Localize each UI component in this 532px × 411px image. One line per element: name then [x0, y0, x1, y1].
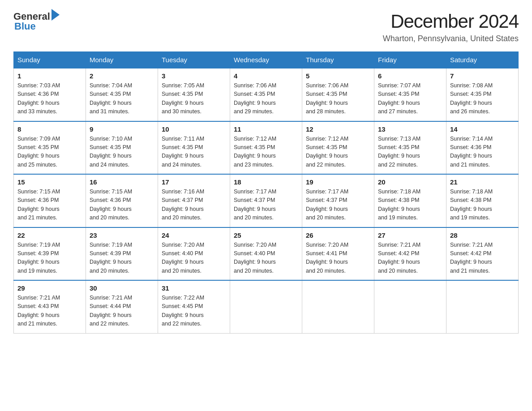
calendar-cell: 28 Sunrise: 7:21 AMSunset: 4:42 PMDaylig…	[446, 227, 519, 281]
day-info: Sunrise: 7:21 AMSunset: 4:43 PMDaylight:…	[17, 295, 60, 327]
day-info: Sunrise: 7:21 AMSunset: 4:44 PMDaylight:…	[90, 295, 132, 327]
day-info: Sunrise: 7:19 AMSunset: 4:39 PMDaylight:…	[90, 242, 132, 274]
day-number: 4	[234, 72, 298, 80]
title-area: December 2024 Wharton, Pennsylvania, Uni…	[383, 11, 519, 43]
calendar-cell: 18 Sunrise: 7:17 AMSunset: 4:37 PMDaylig…	[230, 174, 302, 227]
day-info: Sunrise: 7:15 AMSunset: 4:36 PMDaylight:…	[90, 188, 132, 221]
day-number: 10	[162, 125, 226, 133]
day-info: Sunrise: 7:08 AMSunset: 4:35 PMDaylight:…	[450, 82, 493, 115]
day-number: 14	[450, 125, 515, 133]
calendar-cell: 20 Sunrise: 7:18 AMSunset: 4:38 PMDaylig…	[374, 174, 446, 227]
day-info: Sunrise: 7:05 AMSunset: 4:35 PMDaylight:…	[162, 82, 204, 115]
calendar-cell: 21 Sunrise: 7:18 AMSunset: 4:38 PMDaylig…	[446, 174, 519, 227]
day-info: Sunrise: 7:06 AMSunset: 4:35 PMDaylight:…	[306, 82, 348, 115]
calendar-cell: 6 Sunrise: 7:07 AMSunset: 4:35 PMDayligh…	[374, 68, 446, 121]
calendar-week-row: 22 Sunrise: 7:19 AMSunset: 4:39 PMDaylig…	[14, 227, 519, 281]
day-number: 20	[378, 178, 442, 186]
calendar-cell: 4 Sunrise: 7:06 AMSunset: 4:35 PMDayligh…	[230, 68, 302, 121]
day-number: 26	[306, 231, 370, 239]
logo-blue-text: Blue	[14, 21, 36, 32]
day-info: Sunrise: 7:04 AMSunset: 4:35 PMDaylight:…	[90, 82, 132, 115]
calendar-title: December 2024	[383, 11, 519, 32]
day-number: 13	[378, 125, 442, 133]
day-info: Sunrise: 7:20 AMSunset: 4:40 PMDaylight:…	[234, 242, 276, 274]
day-number: 11	[234, 125, 298, 133]
day-number: 12	[306, 125, 370, 133]
weekday-header-thursday: Thursday	[302, 52, 374, 68]
calendar-cell: 5 Sunrise: 7:06 AMSunset: 4:35 PMDayligh…	[302, 68, 374, 121]
calendar-table: SundayMondayTuesdayWednesdayThursdayFrid…	[13, 51, 519, 334]
day-info: Sunrise: 7:17 AMSunset: 4:37 PMDaylight:…	[306, 188, 348, 221]
day-info: Sunrise: 7:09 AMSunset: 4:35 PMDaylight:…	[17, 136, 60, 168]
calendar-cell: 14 Sunrise: 7:14 AMSunset: 4:36 PMDaylig…	[446, 121, 519, 175]
calendar-cell: 13 Sunrise: 7:13 AMSunset: 4:35 PMDaylig…	[374, 121, 446, 175]
calendar-cell: 11 Sunrise: 7:12 AMSunset: 4:35 PMDaylig…	[230, 121, 302, 175]
calendar-cell: 25 Sunrise: 7:20 AMSunset: 4:40 PMDaylig…	[230, 227, 302, 281]
calendar-week-row: 1 Sunrise: 7:03 AMSunset: 4:36 PMDayligh…	[14, 68, 519, 121]
day-info: Sunrise: 7:12 AMSunset: 4:35 PMDaylight:…	[234, 136, 276, 168]
logo: General Blue	[13, 11, 60, 32]
calendar-cell: 16 Sunrise: 7:15 AMSunset: 4:36 PMDaylig…	[86, 174, 158, 227]
calendar-cell	[374, 280, 446, 333]
day-info: Sunrise: 7:15 AMSunset: 4:36 PMDaylight:…	[17, 188, 60, 221]
calendar-week-row: 29 Sunrise: 7:21 AMSunset: 4:43 PMDaylig…	[14, 280, 519, 333]
day-number: 15	[17, 178, 82, 186]
calendar-week-row: 15 Sunrise: 7:15 AMSunset: 4:36 PMDaylig…	[14, 174, 519, 227]
day-number: 3	[162, 72, 226, 80]
weekday-header-sunday: Sunday	[14, 52, 86, 68]
calendar-cell: 7 Sunrise: 7:08 AMSunset: 4:35 PMDayligh…	[446, 68, 519, 121]
calendar-cell: 12 Sunrise: 7:12 AMSunset: 4:35 PMDaylig…	[302, 121, 374, 175]
day-number: 21	[450, 178, 515, 186]
day-info: Sunrise: 7:19 AMSunset: 4:39 PMDaylight:…	[17, 242, 60, 274]
calendar-cell: 19 Sunrise: 7:17 AMSunset: 4:37 PMDaylig…	[302, 174, 374, 227]
weekday-header-friday: Friday	[374, 52, 446, 68]
calendar-cell: 2 Sunrise: 7:04 AMSunset: 4:35 PMDayligh…	[86, 68, 158, 121]
calendar-cell	[446, 280, 519, 333]
calendar-cell: 22 Sunrise: 7:19 AMSunset: 4:39 PMDaylig…	[14, 227, 86, 281]
day-number: 6	[378, 72, 442, 80]
day-number: 7	[450, 72, 515, 80]
day-number: 29	[17, 284, 82, 292]
day-info: Sunrise: 7:14 AMSunset: 4:36 PMDaylight:…	[450, 136, 493, 168]
day-info: Sunrise: 7:20 AMSunset: 4:40 PMDaylight:…	[162, 242, 204, 274]
day-number: 30	[90, 284, 154, 292]
day-info: Sunrise: 7:06 AMSunset: 4:35 PMDaylight:…	[234, 82, 276, 115]
calendar-cell: 9 Sunrise: 7:10 AMSunset: 4:35 PMDayligh…	[86, 121, 158, 175]
day-number: 19	[306, 178, 370, 186]
day-info: Sunrise: 7:13 AMSunset: 4:35 PMDaylight:…	[378, 136, 420, 168]
calendar-cell: 27 Sunrise: 7:21 AMSunset: 4:42 PMDaylig…	[374, 227, 446, 281]
weekday-header-monday: Monday	[86, 52, 158, 68]
day-info: Sunrise: 7:17 AMSunset: 4:37 PMDaylight:…	[234, 188, 276, 221]
day-number: 1	[17, 72, 82, 80]
calendar-cell: 3 Sunrise: 7:05 AMSunset: 4:35 PMDayligh…	[158, 68, 230, 121]
day-info: Sunrise: 7:18 AMSunset: 4:38 PMDaylight:…	[378, 188, 420, 221]
day-number: 24	[162, 231, 226, 239]
weekday-header-row: SundayMondayTuesdayWednesdayThursdayFrid…	[14, 52, 519, 68]
day-number: 22	[17, 231, 82, 239]
calendar-cell: 31 Sunrise: 7:22 AMSunset: 4:45 PMDaylig…	[158, 280, 230, 333]
day-number: 8	[17, 125, 82, 133]
day-number: 16	[90, 178, 154, 186]
calendar-cell: 8 Sunrise: 7:09 AMSunset: 4:35 PMDayligh…	[14, 121, 86, 175]
logo-triangle	[51, 9, 60, 21]
calendar-cell: 26 Sunrise: 7:20 AMSunset: 4:41 PMDaylig…	[302, 227, 374, 281]
calendar-cell: 15 Sunrise: 7:15 AMSunset: 4:36 PMDaylig…	[14, 174, 86, 227]
calendar-cell	[230, 280, 302, 333]
day-number: 9	[90, 125, 154, 133]
calendar-cell: 17 Sunrise: 7:16 AMSunset: 4:37 PMDaylig…	[158, 174, 230, 227]
day-number: 17	[162, 178, 226, 186]
day-info: Sunrise: 7:12 AMSunset: 4:35 PMDaylight:…	[306, 136, 348, 168]
day-number: 27	[378, 231, 442, 239]
page-header: General Blue December 2024 Wharton, Penn…	[13, 11, 519, 43]
calendar-cell: 24 Sunrise: 7:20 AMSunset: 4:40 PMDaylig…	[158, 227, 230, 281]
day-info: Sunrise: 7:07 AMSunset: 4:35 PMDaylight:…	[378, 82, 420, 115]
day-info: Sunrise: 7:10 AMSunset: 4:35 PMDaylight:…	[90, 136, 132, 168]
weekday-header-wednesday: Wednesday	[230, 52, 302, 68]
calendar-subtitle: Wharton, Pennsylvania, United States	[383, 34, 519, 43]
day-number: 28	[450, 231, 515, 239]
calendar-cell: 10 Sunrise: 7:11 AMSunset: 4:35 PMDaylig…	[158, 121, 230, 175]
weekday-header-saturday: Saturday	[446, 52, 519, 68]
day-number: 23	[90, 231, 154, 239]
day-info: Sunrise: 7:21 AMSunset: 4:42 PMDaylight:…	[450, 242, 493, 274]
calendar-cell	[302, 280, 374, 333]
